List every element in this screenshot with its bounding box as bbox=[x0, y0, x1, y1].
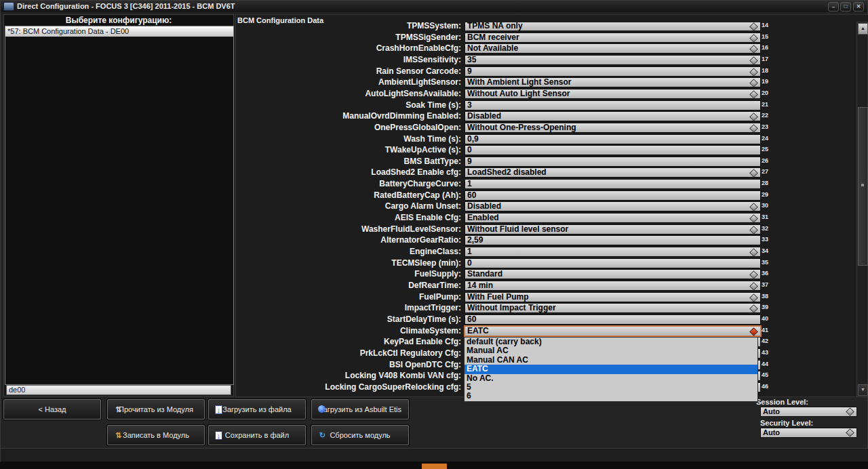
dropdown-arrow-icon[interactable] bbox=[749, 79, 758, 87]
dropdown-option[interactable]: EATC bbox=[465, 365, 757, 373]
dropdown-arrow-icon[interactable] bbox=[749, 270, 758, 279]
dropdown-option[interactable]: Manual CAN AC bbox=[465, 356, 757, 365]
load-from-asbuilt-etis-button[interactable]: Загрузить из Asbuilt Etis bbox=[311, 399, 409, 420]
climate-system-dropdown-list[interactable]: default (carry back)Manual ACManual CAN … bbox=[464, 337, 758, 402]
config-value-field[interactable]: Without Fluid level sensor bbox=[465, 224, 761, 234]
config-label: BatteryChargeCurve: bbox=[240, 179, 461, 189]
dropdown-arrow-icon[interactable] bbox=[749, 282, 758, 291]
config-value: 1 bbox=[467, 179, 472, 188]
row-number: 19 bbox=[762, 78, 768, 85]
dropdown-option[interactable]: 6 bbox=[465, 392, 757, 401]
scrollbar-up-icon[interactable]: ▲ bbox=[858, 23, 868, 35]
session-level-combo[interactable]: Auto bbox=[760, 407, 857, 417]
filter-input[interactable] bbox=[6, 385, 231, 395]
config-value-field[interactable]: 0 bbox=[465, 258, 761, 268]
config-value-field[interactable]: 14 min bbox=[465, 281, 761, 291]
config-value-field[interactable]: EATC bbox=[464, 325, 762, 337]
config-label: ManualOvrdDimming Enabled: bbox=[240, 111, 461, 121]
config-label: FuelPump: bbox=[240, 292, 461, 302]
dropdown-arrow-icon[interactable] bbox=[749, 22, 758, 31]
back-button[interactable]: < Назад bbox=[3, 399, 101, 420]
config-value-field[interactable]: 2,59 bbox=[465, 235, 761, 245]
dropdown-arrow-icon[interactable] bbox=[749, 304, 758, 313]
scrollbar-down-icon[interactable]: ▼ bbox=[858, 384, 868, 396]
config-value-field[interactable]: 9 bbox=[465, 66, 761, 77]
dropdown-arrow-icon[interactable] bbox=[749, 34, 758, 43]
config-value-field[interactable]: With Ambient Light Sensor bbox=[465, 77, 761, 87]
config-value: 0,9 bbox=[467, 134, 479, 144]
security-level-combo[interactable]: Auto bbox=[760, 428, 857, 438]
dropdown-arrow-icon[interactable] bbox=[749, 293, 758, 302]
config-value-field[interactable]: Without One-Press-Opening bbox=[465, 123, 761, 133]
write-to-module-button[interactable]: ⇅ Записать в Модуль bbox=[107, 425, 205, 445]
config-label: ClimateSystem: bbox=[240, 326, 461, 336]
config-value: Without Auto Light Sensor bbox=[467, 89, 570, 98]
config-value-field[interactable]: Without Auto Light Sensor bbox=[465, 89, 761, 99]
config-row: FuelPump:With Fuel Pump38 bbox=[240, 292, 774, 303]
config-value-field[interactable]: Standard bbox=[465, 269, 761, 279]
config-value-field[interactable]: 9 bbox=[465, 157, 761, 167]
dropdown-arrow-icon[interactable] bbox=[846, 428, 854, 437]
row-number: 42 bbox=[762, 338, 768, 344]
row-number: 33 bbox=[762, 236, 768, 243]
dropdown-arrow-icon[interactable] bbox=[749, 327, 758, 336]
row-number: 14 bbox=[762, 22, 768, 28]
read-from-module-button[interactable]: ⇅ Прочитать из Модуля bbox=[107, 399, 205, 420]
dropdown-option[interactable]: default (carry back) bbox=[465, 338, 757, 346]
dropdown-arrow-icon[interactable] bbox=[749, 56, 758, 65]
config-value-field[interactable]: Enabled bbox=[465, 213, 761, 223]
config-value-field[interactable]: TPMS NA only bbox=[465, 22, 761, 31]
save-to-file-button[interactable]: ↓ Сохранить в файл bbox=[208, 425, 306, 445]
vertical-scrollbar[interactable]: ▲ ▼ bbox=[856, 22, 868, 397]
config-value-field[interactable]: Without Impact Trigger bbox=[465, 303, 761, 313]
scrollbar-thumb[interactable] bbox=[858, 107, 868, 266]
dropdown-arrow-icon[interactable] bbox=[846, 407, 854, 416]
row-number: 22 bbox=[762, 112, 768, 119]
row-number: 24 bbox=[762, 135, 768, 142]
config-value-field[interactable]: 1 bbox=[465, 179, 761, 189]
dropdown-arrow-icon[interactable] bbox=[749, 45, 758, 54]
reset-module-button[interactable]: ↻ Сбросить модуль bbox=[311, 425, 409, 445]
minimize-button[interactable]: – bbox=[828, 2, 839, 12]
config-value: LoadShed2 disabled bbox=[467, 167, 547, 177]
close-button[interactable]: ✕ bbox=[853, 2, 864, 12]
dropdown-option[interactable]: Manual AC bbox=[465, 346, 757, 355]
dropdown-arrow-icon[interactable] bbox=[749, 124, 758, 133]
dropdown-option[interactable]: No AC. bbox=[465, 374, 757, 383]
config-row: BMS BattType:926 bbox=[240, 157, 774, 167]
config-value-field[interactable]: 60 bbox=[465, 314, 761, 325]
config-value-field[interactable]: LoadShed2 disabled bbox=[465, 167, 761, 178]
configuration-list-item[interactable]: *57: BCM Configuration Data - DE00 bbox=[5, 26, 233, 37]
configuration-list[interactable]: *57: BCM Configuration Data - DE00 bbox=[5, 26, 234, 385]
config-value-field[interactable]: 0,9 bbox=[465, 134, 761, 144]
dropdown-arrow-icon[interactable] bbox=[749, 226, 758, 234]
config-value-field[interactable]: 0 bbox=[465, 145, 761, 155]
dropdown-option[interactable]: 5 bbox=[465, 383, 757, 392]
config-row: TWakeUpActive (s):025 bbox=[240, 145, 774, 156]
config-value-field[interactable]: Disabled bbox=[465, 201, 761, 211]
config-value: Disabled bbox=[467, 201, 501, 211]
dropdown-arrow-icon[interactable] bbox=[749, 214, 758, 223]
maximize-button[interactable]: □ bbox=[840, 2, 851, 12]
config-value-field[interactable]: Not Available bbox=[465, 43, 761, 54]
config-value-field[interactable]: 35 bbox=[465, 55, 761, 65]
dropdown-arrow-icon[interactable] bbox=[749, 68, 758, 77]
config-value-field[interactable]: 60 bbox=[465, 190, 761, 201]
load-from-file-button[interactable]: ↓ Загрузить из файла bbox=[208, 399, 306, 420]
dropdown-arrow-icon[interactable] bbox=[749, 248, 758, 257]
config-value-field[interactable]: 3 bbox=[465, 100, 761, 110]
dropdown-arrow-icon[interactable] bbox=[749, 169, 758, 178]
dropdown-arrow-icon[interactable] bbox=[749, 203, 758, 212]
dropdown-arrow-icon[interactable] bbox=[749, 113, 758, 121]
row-number: 29 bbox=[762, 191, 768, 198]
config-value-field[interactable]: Disabled bbox=[465, 111, 761, 121]
taskbar-active-item[interactable] bbox=[422, 464, 447, 469]
config-value-field[interactable]: BCM receiver bbox=[465, 33, 761, 43]
config-value-field[interactable]: With Fuel Pump bbox=[465, 292, 761, 302]
screen: Direct Configuration - FOCUS 3 [C346] 20… bbox=[0, 0, 868, 469]
config-value-field[interactable]: 1 bbox=[465, 247, 761, 257]
save-button-label: Сохранить в файл bbox=[225, 431, 289, 439]
dropdown-arrow-icon[interactable] bbox=[749, 90, 758, 99]
row-number: 20 bbox=[762, 89, 768, 96]
row-number: 15 bbox=[762, 33, 768, 40]
